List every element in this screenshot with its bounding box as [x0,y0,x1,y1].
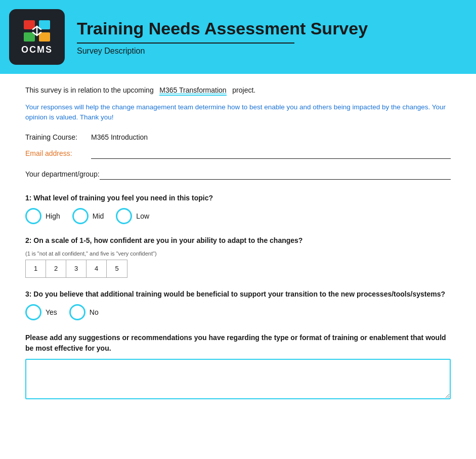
scale-2[interactable]: 2 [46,260,66,277]
radio-no[interactable] [69,304,85,320]
radio-option-mid[interactable]: Mid [72,208,104,224]
email-input[interactable] [91,148,451,159]
radio-option-no[interactable]: No [69,304,99,320]
radio-label-no: No [90,308,99,316]
training-course-value: M365 Introduction [91,133,148,141]
training-course-label: Training Course: [25,133,91,141]
question3-text: 3: Do you believe that additional traini… [25,290,451,298]
question3-options: Yes No [25,304,451,320]
svg-rect-3 [39,32,50,41]
intro-paragraph: This survey is in relation to the upcomi… [25,86,451,94]
intro-project: M365 Transformation [159,86,226,96]
intro-suffix: project. [232,86,255,94]
header: OCMS Training Needs Assessment Survey Su… [0,0,476,74]
intro-prefix: This survey is in relation to the upcomi… [25,86,154,94]
body-content: This survey is in relation to the upcomi… [0,74,476,429]
question2-text: 2: On a scale of 1-5, how confident are … [25,236,451,244]
radio-mid[interactable] [72,208,89,224]
radio-yes[interactable] [25,304,41,320]
title-divider [77,43,294,44]
svg-rect-0 [24,20,35,29]
radio-option-yes[interactable]: Yes [25,304,57,320]
scale-hint: (1 is "not at all confident," and five i… [25,251,451,257]
suggestions-label: Please add any suggestions or recommenda… [25,332,451,354]
logo-text: OCMS [21,45,53,55]
svg-rect-1 [39,20,50,29]
question1-text: 1: What level of training you feel you n… [25,194,451,202]
radio-option-low[interactable]: Low [116,208,149,224]
radio-high[interactable] [25,208,41,224]
question1-options: High Mid Low [25,208,451,224]
survey-subtitle: Survey Description [77,47,368,56]
radio-label-mid: Mid [93,212,104,220]
helper-text: Your responses will help the change mana… [25,102,451,123]
radio-option-high[interactable]: High [25,208,60,224]
scale-group: 1 2 3 4 5 [25,260,127,278]
suggestions-block: Please add any suggestions or recommenda… [25,332,451,401]
header-right: Training Needs Assessment Survey Survey … [77,18,368,56]
department-row: Your department/group: [25,169,451,180]
scale-5[interactable]: 5 [107,260,127,277]
email-label: Email address: [25,149,91,157]
logo-box: OCMS [9,9,65,65]
radio-label-yes: Yes [46,308,57,316]
question3-block: 3: Do you believe that additional traini… [25,290,451,320]
question2-block: 2: On a scale of 1-5, how confident are … [25,236,451,278]
question1-block: 1: What level of training you feel you n… [25,194,451,224]
department-input[interactable] [100,169,451,180]
scale-3[interactable]: 3 [66,260,86,277]
scale-1[interactable]: 1 [26,260,46,277]
training-course-row: Training Course: M365 Introduction [25,133,451,141]
ocms-logo-icon [23,19,51,43]
email-row: Email address: [25,148,451,159]
department-label: Your department/group: [25,170,100,178]
suggestions-textarea[interactable] [25,359,451,399]
survey-title: Training Needs Assessment Survey [77,18,368,39]
scale-4[interactable]: 4 [86,260,107,277]
radio-label-low: Low [136,212,149,220]
radio-low[interactable] [116,208,132,224]
svg-rect-2 [24,32,35,41]
radio-label-high: High [46,212,60,220]
